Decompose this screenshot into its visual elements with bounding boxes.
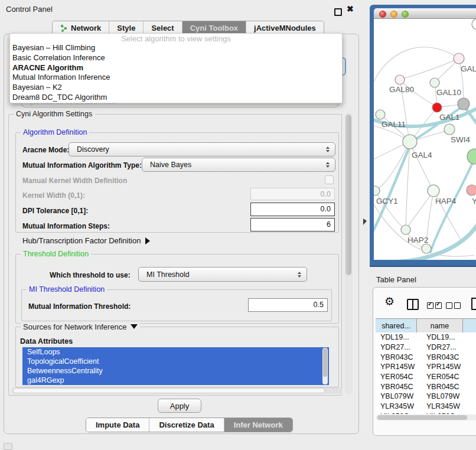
- network-canvas[interactable]: GAL GAL80 GAL10 GAL1 GAL11 SWI4 GAL4 GCY…: [374, 19, 476, 260]
- float-window-icon[interactable]: [334, 8, 342, 16]
- table-cell: 13: [472, 333, 476, 341]
- tab-infer-network[interactable]: Infer Network: [224, 418, 292, 432]
- attribute-item-selected[interactable]: gal4RGexp: [22, 376, 329, 385]
- table-cell: YBL079W: [422, 392, 472, 400]
- table-row[interactable]: YER054CYER054C8.: [376, 372, 476, 382]
- column-header-name[interactable]: name: [417, 319, 463, 332]
- collapsed-panel-icon[interactable]: [4, 443, 12, 450]
- table-row[interactable]: YBL079WYBL079W: [376, 392, 476, 402]
- node-gray[interactable]: [458, 98, 470, 110]
- node-pink-right[interactable]: [467, 185, 476, 195]
- bottom-tabs: Impute Data Discretize Data Infer Networ…: [86, 418, 293, 432]
- table-row[interactable]: YBR045CYBR045C9.: [376, 381, 476, 392]
- algorithm-item[interactable]: Basic Correlation Inference: [10, 53, 342, 63]
- aracne-mode-combo[interactable]: Discovery: [69, 142, 335, 156]
- deselect-all-checkboxes-icon[interactable]: [446, 301, 462, 311]
- tab-discretize-data[interactable]: Discretize Data: [149, 418, 224, 432]
- table-row[interactable]: YBR043CYBR043C: [376, 352, 476, 362]
- close-icon[interactable]: ✖: [347, 4, 354, 14]
- node-label: GCY1: [376, 197, 398, 206]
- network-window-titlebar[interactable]: [374, 8, 476, 19]
- data-attributes-list[interactable]: SelfLoopsTopologicalCoefficientBetweenne…: [22, 347, 329, 385]
- node-hap2[interactable]: [401, 225, 410, 234]
- node-gal80[interactable]: [395, 75, 405, 84]
- sources-group-title[interactable]: Sources for Network Inference: [21, 322, 140, 331]
- mi-type-combo[interactable]: Naive Bayes: [142, 158, 335, 172]
- table-panel-title: Table Panel: [376, 275, 416, 284]
- mi-steps-field[interactable]: 6: [250, 218, 335, 231]
- node-big-green[interactable]: [467, 149, 476, 164]
- node-gal4[interactable]: [403, 135, 417, 149]
- manual-kernel-checkbox[interactable]: [325, 175, 334, 184]
- algorithm-placeholder: Select algorithm to view settings: [10, 34, 342, 43]
- hub-definition-expander[interactable]: Hub/Transcription Factor Definition: [22, 236, 150, 245]
- settings-scrollbar-thumb[interactable]: [345, 115, 351, 275]
- page-icon[interactable]: [471, 298, 476, 310]
- table-cell: YBR043C: [376, 353, 422, 361]
- node-hap4[interactable]: [428, 185, 439, 197]
- dpi-tolerance-label: DPI Tolerance [0,1]:: [22, 207, 88, 215]
- attribute-item-selected[interactable]: BetweennessCentrality: [22, 366, 329, 376]
- attributes-scrollbar[interactable]: [322, 348, 328, 384]
- select-all-checkboxes-icon[interactable]: [427, 301, 444, 311]
- table-cell: YPR145W: [376, 363, 422, 371]
- node-swi4[interactable]: [444, 124, 455, 135]
- mi-threshold-label: Mutual Information Threshold:: [28, 302, 131, 311]
- algorithm-item[interactable]: Dream8 DC_TDC Algorithm: [10, 93, 342, 103]
- algorithm-item[interactable]: Bayesian – K2: [10, 83, 342, 93]
- node-gal-top[interactable]: [454, 53, 464, 64]
- table-row[interactable]: YLR345WYLR345W9.: [376, 402, 476, 412]
- attribute-item-selected[interactable]: TopologicalCoefficient: [22, 357, 329, 366]
- column-header-partial[interactable]: [463, 319, 476, 332]
- zoom-traffic-light-icon[interactable]: [402, 11, 409, 18]
- table-horizontal-scrollbar[interactable]: [376, 415, 476, 420]
- node-gal11[interactable]: [376, 110, 385, 119]
- network-graph: GAL GAL80 GAL10 GAL1 GAL11 SWI4 GAL4 GCY…: [374, 19, 476, 260]
- table-cell: 9.: [472, 402, 476, 410]
- gear-icon[interactable]: ⚙: [384, 295, 395, 308]
- close-traffic-light-icon[interactable]: [379, 11, 386, 18]
- node-label: Y: [472, 197, 476, 206]
- algorithm-item[interactable]: Mutual Information Inference: [10, 73, 342, 83]
- node-bottom[interactable]: [422, 244, 431, 253]
- attribute-item-selected[interactable]: SelfLoops: [22, 347, 329, 357]
- node-gcy1[interactable]: [374, 186, 380, 195]
- table-cell: YBR045C: [376, 383, 422, 391]
- kernel-width-field[interactable]: 0.0: [250, 188, 335, 200]
- table-cell: YER054C: [422, 373, 472, 381]
- attributes-scrollbar-thumb[interactable]: [323, 348, 327, 377]
- tab-impute-data[interactable]: Impute Data: [86, 418, 149, 432]
- expand-right-icon: [145, 237, 150, 244]
- node-partial-top[interactable]: [472, 19, 476, 30]
- table-rows[interactable]: YDL19...YDL19...13YDR27...YDR27...12YBR0…: [376, 332, 476, 414]
- columns-icon[interactable]: [407, 299, 419, 310]
- algorithm-item[interactable]: ARACNE Algorithm: [10, 63, 342, 73]
- column-header-shared-name[interactable]: shared...: [376, 319, 417, 332]
- table-cell: YPR145W: [422, 363, 472, 371]
- edge: [403, 58, 459, 79]
- algorithm-list: Bayesian – Hill ClimbingBasic Correlatio…: [10, 43, 342, 103]
- which-threshold-combo[interactable]: MI Threshold: [138, 267, 307, 282]
- table-cell: YER054C: [376, 373, 422, 381]
- table-cell: 9.: [472, 363, 476, 371]
- table-cell: 9.: [472, 383, 476, 391]
- table-row[interactable]: YDL19...YDL19...13: [376, 332, 476, 343]
- mi-threshold-field[interactable]: 0.5: [248, 298, 328, 312]
- settings-horizontal-scrollbar-thumb[interactable]: [13, 388, 325, 393]
- table-cell: 9: [472, 412, 476, 414]
- dpi-tolerance-field[interactable]: 0.0: [250, 203, 335, 216]
- table-cell: YDL19...: [422, 333, 472, 341]
- table-horizontal-scrollbar-thumb[interactable]: [377, 415, 467, 420]
- algorithm-item[interactable]: Bayesian – Hill Climbing: [10, 43, 342, 53]
- table-row[interactable]: YIL052CYIL052C9: [376, 412, 476, 415]
- mi-threshold-group-title: MI Threshold Definition: [27, 285, 107, 294]
- table-row[interactable]: YPR145WYPR145W9.: [376, 362, 476, 372]
- node-gal10[interactable]: [430, 78, 439, 87]
- minimize-traffic-light-icon[interactable]: [390, 11, 397, 18]
- table-row[interactable]: YDR27...YDR27...12: [376, 343, 476, 353]
- apply-button[interactable]: Apply: [158, 399, 201, 413]
- settings-scrollbar[interactable]: [345, 113, 353, 394]
- settings-horizontal-scrollbar[interactable]: [12, 387, 343, 394]
- node-gal1[interactable]: [432, 103, 442, 112]
- table-cell: YLR345W: [376, 402, 422, 410]
